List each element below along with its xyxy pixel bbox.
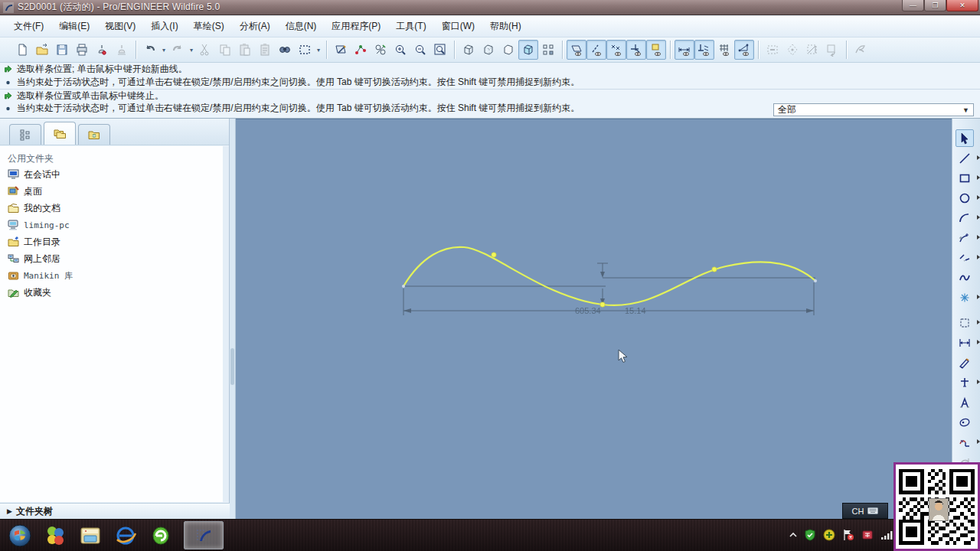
trim-flyout-arrow[interactable] [977,439,980,444]
menu-view[interactable]: 视图(V) [97,17,143,36]
wireframe-button[interactable] [459,40,479,60]
copy-button[interactable] [215,40,235,60]
taskbar-explorer[interactable] [78,523,103,548]
use-edge-tool[interactable] [956,314,974,331]
folder-item-network[interactable]: 网上邻居 [8,250,224,267]
select-box-dropdown-arrow[interactable]: ▾ [315,41,322,59]
ime-tool-icon[interactable] [861,529,874,541]
splitter-handle[interactable] [230,348,234,385]
security-shield-icon[interactable] [804,529,816,541]
rectangle-flyout-arrow[interactable] [977,175,980,180]
folder-item-computer[interactable]: liming-pc [8,217,224,233]
save-button[interactable] [52,40,72,60]
folder-item-desktop[interactable]: 桌面 [8,183,224,200]
redo-dropdown-arrow[interactable]: ▾ [188,41,195,59]
menu-tools[interactable]: 工具(T) [388,17,433,36]
open-file-button[interactable] [32,40,52,60]
grid-display-toggle[interactable] [714,40,734,60]
section-tool-1-button[interactable] [763,40,782,60]
spline-tool[interactable] [956,269,974,286]
arc-tool[interactable] [956,209,974,227]
datum-points-toggle[interactable] [606,40,626,60]
no-hidden-button[interactable] [498,40,518,60]
trim-tool[interactable] [956,433,974,451]
chamfer-tool[interactable] [956,249,974,266]
menu-file[interactable]: 文件(F) [6,17,51,36]
find-button[interactable] [275,40,295,60]
fillet-flyout-arrow[interactable] [977,235,980,240]
line-flyout-arrow[interactable] [977,155,980,160]
folder-tree-expander[interactable]: ▶ 文件夹树 [0,503,230,519]
zoom-in-button[interactable] [390,40,410,60]
action-center-flag-icon[interactable] [842,529,854,541]
folder-item-favorites[interactable]: 收藏夹 [8,284,224,301]
minimize-button[interactable]: — [902,0,924,11]
start-button[interactable] [8,523,32,548]
menu-applications[interactable]: 应用程序(P) [324,17,388,36]
message-filter-dropdown[interactable]: 全部 ▼ [773,103,974,116]
print-button[interactable] [72,40,92,60]
rectangle-tool[interactable] [956,169,974,187]
zoom-fit-button[interactable] [430,40,450,60]
restore-button[interactable]: ❐ [924,0,946,11]
dimension-flyout-arrow[interactable] [977,340,980,344]
language-bar[interactable]: CH [842,503,888,519]
paste-special-button[interactable] [255,40,275,60]
taskbar-internet-explorer[interactable] [113,523,138,548]
folder-item-working-directory[interactable]: 工作目录 [8,233,224,250]
taskbar-green-browser[interactable] [149,523,173,548]
menu-sketch[interactable]: 草绘(S) [186,17,232,36]
orient-button[interactable] [351,40,371,60]
constraint-flyout-arrow[interactable] [977,380,980,384]
modify-tool[interactable] [956,354,974,371]
select-box-button[interactable] [295,40,315,60]
shaded-button[interactable] [518,40,538,60]
select-tool[interactable] [956,129,974,147]
taskbar-proe-window[interactable] [184,521,224,549]
saved-views-button[interactable] [371,40,390,60]
menu-window[interactable]: 窗口(W) [434,17,482,36]
safety-plus-icon[interactable] [823,529,835,541]
paste-button[interactable] [235,40,255,60]
arc-flyout-arrow[interactable] [977,215,980,220]
section-tool-3-button[interactable] [802,40,822,60]
new-file-button[interactable] [12,40,32,60]
undo-button[interactable] [140,40,160,60]
panel-splitter[interactable] [230,119,236,519]
palette-tool[interactable] [956,413,974,431]
line-tool[interactable] [956,149,974,167]
delete-button[interactable] [112,40,132,60]
zoom-out-button[interactable] [410,40,430,60]
menu-insert[interactable]: 插入(I) [143,17,185,36]
menu-info[interactable]: 信息(N) [278,17,325,36]
vertex-display-toggle[interactable] [734,40,754,60]
menu-help[interactable]: 帮助(H) [482,17,529,36]
tray-expand-icon[interactable] [789,532,797,538]
folder-item-my-documents[interactable]: 我的文档 [8,200,224,217]
tab-favorites[interactable] [78,124,110,145]
text-tool[interactable] [956,393,974,411]
circle-flyout-arrow[interactable] [977,195,980,200]
use-edge-flyout-arrow[interactable] [977,320,980,324]
menu-edit[interactable]: 编辑(E) [51,17,97,36]
menu-analysis[interactable]: 分析(A) [232,17,278,36]
hidden-line-button[interactable] [479,40,498,60]
fillet-tool[interactable] [956,229,974,246]
close-button[interactable]: ✕ [946,0,978,11]
point-tool[interactable] [956,289,974,306]
network-signal-icon[interactable] [880,530,894,540]
dimension-tool[interactable] [956,334,974,351]
taskbar-app-colorful[interactable] [43,523,67,548]
folder-item-in-session[interactable]: 在会话中 [8,166,224,183]
repaint-button[interactable] [331,40,351,60]
undo-dropdown-arrow[interactable]: ▾ [160,41,168,59]
spin-center-toggle[interactable] [646,40,666,60]
erase-display-button[interactable] [92,40,112,60]
sidebar-scrollbar[interactable] [223,146,229,502]
datum-planes-toggle[interactable] [567,40,586,60]
section-tool-4-button[interactable] [822,40,842,60]
sketch-canvas[interactable]: 605.34 15.14 [236,119,952,519]
datum-csys-toggle[interactable] [626,40,646,60]
constraint-tool[interactable] [956,373,974,391]
section-tool-2-button[interactable] [782,40,802,60]
